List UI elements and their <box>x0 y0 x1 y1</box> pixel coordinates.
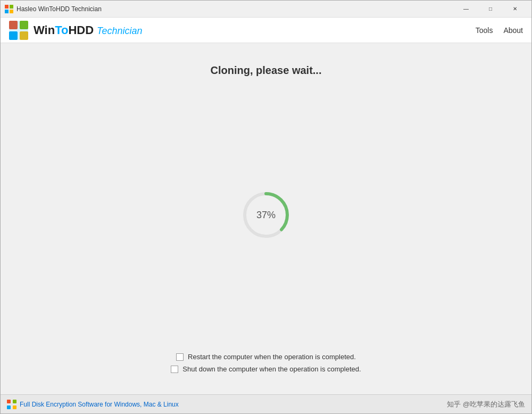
maximize-button[interactable]: □ <box>478 1 503 18</box>
svg-rect-10 <box>13 400 16 403</box>
tools-menu[interactable]: Tools <box>476 26 493 35</box>
bottom-options: Restart the computer when the operation … <box>1 353 531 373</box>
svg-rect-9 <box>7 400 11 403</box>
main-window: Hasleo WinToHDD Technician — □ ✕ WinToHD… <box>0 0 532 414</box>
shutdown-label: Shut down the computer when the operatio… <box>182 365 361 373</box>
svg-rect-0 <box>5 5 9 9</box>
about-menu[interactable]: About <box>503 26 523 35</box>
svg-rect-8 <box>9 21 28 40</box>
logo-icon <box>9 21 28 40</box>
progress-label: 37% <box>256 209 276 220</box>
restart-checkbox[interactable] <box>176 353 184 361</box>
footer-link[interactable]: Full Disk Encryption Software for Window… <box>7 400 179 409</box>
logo-to: To <box>55 23 68 37</box>
circular-progress: 37% <box>239 188 293 242</box>
shutdown-checkbox[interactable] <box>171 366 178 373</box>
logo-hdd: HDD <box>68 23 94 37</box>
svg-rect-1 <box>10 5 13 9</box>
footer: Full Disk Encryption Software for Window… <box>1 394 531 413</box>
status-text: Cloning, please wait... <box>211 64 322 77</box>
svg-rect-12 <box>13 405 16 409</box>
main-content: Cloning, please wait... 37% Restart the … <box>1 43 531 394</box>
app-icon <box>5 5 13 13</box>
menu-bar-right: Tools About <box>476 26 523 35</box>
svg-rect-11 <box>7 405 11 409</box>
restart-label: Restart the computer when the operation … <box>188 353 356 361</box>
window-title: Hasleo WinToHDD Technician <box>16 5 102 13</box>
logo-text-area: WinToHDDTechnician <box>34 23 142 37</box>
svg-rect-2 <box>5 10 9 13</box>
logo-win: Win <box>34 23 55 37</box>
shutdown-option-row: Shut down the computer when the operatio… <box>171 365 361 373</box>
footer-logo-icon <box>7 400 16 409</box>
footer-watermark: 知乎 @吃苹果的达露飞鱼 <box>447 400 525 409</box>
close-button[interactable]: ✕ <box>503 1 527 18</box>
logo-technician: Technician <box>97 26 142 36</box>
minimize-button[interactable]: — <box>454 1 478 18</box>
restart-option-row: Restart the computer when the operation … <box>176 353 356 361</box>
logo-area: WinToHDDTechnician <box>9 21 142 40</box>
progress-area: 37% <box>239 77 293 353</box>
window-controls: — □ ✕ <box>454 1 527 18</box>
svg-rect-3 <box>10 10 13 13</box>
footer-link-text: Full Disk Encryption Software for Window… <box>20 401 179 408</box>
title-bar-left: Hasleo WinToHDD Technician <box>5 5 102 13</box>
title-bar: Hasleo WinToHDD Technician — □ ✕ <box>1 1 531 18</box>
menu-bar: WinToHDDTechnician Tools About <box>1 18 531 43</box>
